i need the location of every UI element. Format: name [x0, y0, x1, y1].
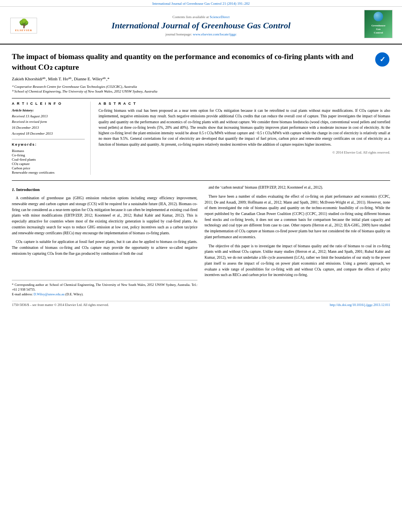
- email-link[interactable]: D.Wiley@unsw.edu.au: [34, 292, 64, 296]
- history-label: Article history:: [12, 108, 34, 112]
- affiliation-b: ᵇ School of Chemical Engineering, The Un…: [12, 89, 390, 93]
- received-revised-label: Received in revised form: [12, 119, 85, 124]
- revised-date: 16 December 2013: [12, 125, 85, 130]
- journal-cover: Greenhouse Gas Control: [363, 10, 394, 41]
- contents-available: Contents lists available at ScienceDirec…: [39, 15, 363, 19]
- journal-banner: International Journal of Greenhouse Gas …: [0, 0, 402, 6]
- abstract-label: A B S T R A C T: [99, 102, 390, 106]
- copyright-line: © 2014 Elsevier Ltd. All rights reserved…: [99, 150, 390, 154]
- col2-para2: There have been a number of studies eval…: [205, 194, 390, 240]
- footnote-area: * Corresponding author at: School of Che…: [12, 280, 197, 297]
- footnote-text: * Corresponding author at: School of Che…: [12, 283, 197, 291]
- cover-title-text: Greenhouse Gas Control: [371, 24, 385, 34]
- journal-homepage-link[interactable]: www.elsevier.com/locate/ijggc: [193, 32, 236, 36]
- affiliations: ᵃ Cooperative Research Centre for Greenh…: [12, 85, 390, 93]
- article-info-row: A R T I C L E I N F O Article history: R…: [12, 98, 390, 175]
- abstract-col: A B S T R A C T Co-firing biomass with c…: [99, 102, 390, 175]
- elsevier-label: ELSEVIER: [15, 29, 32, 32]
- intro-number: 1.: [12, 187, 15, 192]
- keyword-cofiring: Co-firing: [12, 153, 85, 157]
- main-body: 1. Introduction A combination of greenho…: [12, 180, 390, 297]
- article-info-label: A R T I C L E I N F O: [12, 102, 85, 106]
- cover-title: Greenhouse Gas Control: [370, 22, 387, 36]
- abstract-text: Co-firing biomass with coal has been pro…: [99, 108, 390, 147]
- crossmark-icon: ✓: [375, 52, 389, 67]
- accepted-date: Accepted 18 December 2013: [12, 131, 85, 136]
- journal-header-center: Contents lists available at ScienceDirec…: [39, 15, 363, 36]
- article-title-section: The impact of biomass quality and quanti…: [12, 52, 390, 72]
- elsevier-logo: 🌳 ELSEVIER: [8, 16, 39, 35]
- body-col-left: 1. Introduction A combination of greenho…: [12, 185, 197, 297]
- keyword-rec: Renewable energy certificates: [12, 171, 85, 174]
- intro-para1: A combination of greenhouse gas (GHG) em…: [12, 195, 197, 236]
- article-container: The impact of biomass quality and quanti…: [0, 44, 402, 315]
- article-title-text: The impact of biomass quality and quanti…: [12, 52, 354, 71]
- article-info-col: A R T I C L E I N F O Article history: R…: [12, 102, 91, 175]
- crossmark: ✓: [374, 52, 390, 67]
- keywords-section: Keywords: Biomass Co-firing Coal-fired p…: [12, 143, 85, 174]
- issn-text: 1750-5836/$ – see front matter © 2014 El…: [12, 303, 109, 307]
- email-name: (D.E. Wiley).: [65, 292, 84, 296]
- elsevier-tree-icon: 🌳: [15, 19, 32, 28]
- corresponding-author-note: * Corresponding author at: School of Che…: [12, 283, 197, 292]
- article-footer: 1750-5836/$ – see front matter © 2014 El…: [12, 301, 390, 307]
- journal-title: International Journal of Greenhouse Gas …: [39, 20, 363, 31]
- keyword-biomass: Biomass: [12, 149, 85, 153]
- cover-image: Greenhouse Gas Control: [364, 10, 393, 38]
- body-col-right: and the ‘carbon neutral’ biomass (EBTP/Z…: [205, 185, 390, 297]
- authors: Zakieh Khorshidiᵃᵇ, Minh T. Hoᵃᵇ, Dianne…: [12, 76, 390, 82]
- banner-text: International Journal of Greenhouse Gas …: [153, 2, 250, 6]
- authors-text: Zakieh Khorshidiᵃᵇ, Minh T. Hoᵃᵇ, Dianne…: [12, 76, 110, 81]
- cover-globe-icon: [374, 12, 383, 21]
- journal-homepage: journal homepage: www.elsevier.com/locat…: [39, 32, 363, 36]
- keyword-coalfired: Coal-fired plants: [12, 158, 85, 161]
- intro-heading: 1. Introduction: [12, 186, 197, 193]
- col2-para1: and the ‘carbon neutral’ biomass (EBTP/Z…: [205, 185, 390, 191]
- article-title: The impact of biomass quality and quanti…: [12, 52, 370, 72]
- affiliation-a: ᵃ Cooperative Research Centre for Greenh…: [12, 85, 390, 89]
- email-label: E-mail address:: [12, 292, 34, 296]
- article-history: Article history: Received 13 August 2013…: [12, 108, 85, 136]
- doi-link[interactable]: http://dx.doi.org/10.1016/j.ijggc.2013.1…: [330, 303, 390, 307]
- keyword-co2capture: CO₂ capture: [12, 162, 85, 166]
- journal-header: 🌳 ELSEVIER Contents lists available at S…: [0, 6, 402, 44]
- email-note: E-mail address: D.Wiley@unsw.edu.au (D.E…: [12, 292, 197, 297]
- keyword-carbonprice: Carbon price: [12, 166, 85, 170]
- elsevier-logo-inner: 🌳 ELSEVIER: [10, 18, 37, 33]
- keywords-label: Keywords:: [12, 143, 85, 146]
- divider: [12, 139, 85, 139]
- sciencedirect-link[interactable]: ScienceDirect: [210, 15, 229, 19]
- received-date: Received 13 August 2013: [12, 114, 85, 119]
- intro-para2: CO₂ capture is suitable for application …: [12, 239, 197, 256]
- intro-title: Introduction: [16, 187, 40, 192]
- col2-para3: The objective of this paper is to invest…: [205, 243, 390, 278]
